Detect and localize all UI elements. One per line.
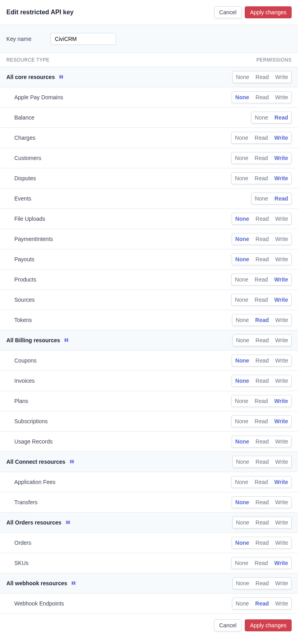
permission-option-none[interactable]: None — [232, 436, 252, 447]
permission-option-read[interactable]: Read — [271, 112, 291, 123]
apply-changes-button-footer[interactable]: Apply changes — [245, 619, 292, 631]
permission-toggle[interactable]: NoneReadWrite — [232, 598, 292, 609]
permission-option-none[interactable]: None — [232, 132, 251, 143]
permission-toggle[interactable]: NoneReadWrite — [232, 213, 292, 225]
permission-option-none[interactable]: None — [232, 294, 251, 305]
permission-option-write[interactable]: Write — [271, 416, 291, 427]
permission-toggle[interactable]: NoneReadWrite — [232, 577, 292, 589]
permission-option-read[interactable]: Read — [252, 375, 272, 386]
permission-option-none[interactable]: None — [232, 537, 252, 548]
permission-toggle[interactable]: NoneReadWrite — [232, 71, 292, 83]
permission-option-read[interactable]: Read — [252, 173, 271, 184]
permission-option-read[interactable]: Read — [252, 254, 272, 265]
apply-changes-button[interactable]: Apply changes — [245, 6, 292, 18]
permission-toggle[interactable]: NoneReadWrite — [231, 172, 292, 184]
permission-option-write[interactable]: Write — [272, 598, 291, 609]
permission-option-read[interactable]: Read — [252, 416, 271, 427]
permission-option-write[interactable]: Write — [271, 152, 291, 164]
permission-option-read[interactable]: Read — [252, 274, 271, 285]
permission-toggle[interactable]: NoneReadWrite — [232, 375, 292, 387]
permission-option-read[interactable]: Read — [252, 578, 272, 589]
permission-toggle[interactable]: NoneReadWrite — [232, 91, 292, 103]
permission-toggle[interactable]: NoneReadWrite — [232, 355, 292, 366]
permission-option-read[interactable]: Read — [252, 456, 272, 467]
permission-toggle[interactable]: NoneReadWrite — [232, 253, 292, 265]
permission-option-write[interactable]: Write — [272, 355, 291, 366]
permission-option-read[interactable]: Read — [252, 557, 271, 569]
permission-option-write[interactable]: Write — [271, 274, 291, 285]
permission-toggle[interactable]: NoneReadWrite — [232, 314, 292, 326]
permission-option-none[interactable]: None — [252, 112, 271, 123]
permission-option-read[interactable]: Read — [252, 517, 272, 528]
permission-option-write[interactable]: Write — [272, 335, 291, 346]
docs-icon[interactable] — [71, 581, 76, 586]
permission-option-none[interactable]: None — [233, 335, 252, 346]
permission-toggle[interactable]: NoneReadWrite — [231, 294, 292, 306]
permission-option-write[interactable]: Write — [272, 436, 291, 447]
permission-toggle[interactable]: NoneReadWrite — [232, 233, 292, 245]
permission-toggle[interactable]: NoneReadWrite — [232, 436, 292, 447]
permission-option-read[interactable]: Read — [252, 314, 272, 326]
permission-toggle[interactable]: NoneRead — [251, 193, 292, 204]
docs-icon[interactable] — [66, 520, 70, 525]
permission-option-write[interactable]: Write — [272, 233, 291, 245]
permission-option-none[interactable]: None — [233, 578, 252, 589]
permission-option-none[interactable]: None — [232, 355, 252, 366]
permission-option-write[interactable]: Write — [271, 173, 291, 184]
permission-option-read[interactable]: Read — [252, 152, 271, 164]
permission-toggle[interactable]: NoneReadWrite — [231, 557, 292, 569]
permission-option-none[interactable]: None — [232, 375, 252, 386]
permission-option-none[interactable]: None — [232, 274, 251, 285]
permission-option-none[interactable]: None — [232, 173, 251, 184]
permission-option-write[interactable]: Write — [272, 537, 291, 548]
permission-option-read[interactable]: Read — [252, 436, 272, 447]
permission-option-write[interactable]: Write — [272, 578, 291, 589]
permission-option-none[interactable]: None — [232, 395, 251, 407]
permission-option-write[interactable]: Write — [272, 71, 291, 83]
permission-option-none[interactable]: None — [232, 476, 251, 488]
permission-option-read[interactable]: Read — [271, 193, 291, 204]
permission-option-none[interactable]: None — [232, 92, 252, 103]
permission-option-read[interactable]: Read — [252, 233, 272, 245]
permission-option-read[interactable]: Read — [252, 92, 272, 103]
permission-toggle[interactable]: NoneReadWrite — [231, 274, 292, 285]
permission-option-none[interactable]: None — [233, 517, 252, 528]
key-name-input[interactable] — [50, 33, 116, 45]
permission-toggle[interactable]: NoneReadWrite — [231, 152, 292, 164]
permission-option-none[interactable]: None — [232, 497, 252, 508]
permission-toggle[interactable]: NoneReadWrite — [232, 334, 292, 346]
permission-option-none[interactable]: None — [233, 71, 252, 83]
permission-option-read[interactable]: Read — [252, 132, 271, 143]
permission-option-write[interactable]: Write — [271, 132, 291, 143]
permission-option-read[interactable]: Read — [252, 537, 272, 548]
permission-toggle[interactable]: NoneReadWrite — [232, 517, 292, 528]
permission-option-none[interactable]: None — [232, 416, 251, 427]
permission-option-read[interactable]: Read — [252, 71, 272, 83]
permission-option-read[interactable]: Read — [252, 294, 271, 305]
permission-option-none[interactable]: None — [232, 233, 252, 245]
permission-toggle[interactable]: NoneReadWrite — [231, 476, 292, 488]
permission-option-write[interactable]: Write — [272, 375, 291, 386]
cancel-button[interactable]: Cancel — [214, 6, 242, 18]
permission-option-read[interactable]: Read — [252, 213, 272, 224]
permission-option-write[interactable]: Write — [271, 476, 291, 488]
permission-option-write[interactable]: Write — [271, 294, 291, 305]
permission-option-read[interactable]: Read — [252, 476, 271, 488]
permission-toggle[interactable]: NoneRead — [251, 112, 292, 123]
permission-option-read[interactable]: Read — [252, 355, 272, 366]
permission-option-read[interactable]: Read — [252, 335, 272, 346]
permission-option-write[interactable]: Write — [272, 456, 291, 467]
permission-option-read[interactable]: Read — [252, 395, 271, 407]
permission-option-none[interactable]: None — [232, 314, 252, 326]
permission-option-write[interactable]: Write — [272, 497, 291, 508]
permission-toggle[interactable]: NoneReadWrite — [232, 496, 292, 508]
permission-toggle[interactable]: NoneReadWrite — [231, 415, 292, 427]
permission-toggle[interactable]: NoneReadWrite — [231, 395, 292, 407]
permission-option-none[interactable]: None — [232, 557, 251, 569]
permission-option-write[interactable]: Write — [272, 314, 291, 326]
permission-toggle[interactable]: NoneReadWrite — [232, 537, 292, 549]
docs-icon[interactable] — [64, 338, 69, 343]
permission-option-write[interactable]: Write — [271, 557, 291, 569]
permission-option-none[interactable]: None — [232, 254, 252, 265]
permission-option-read[interactable]: Read — [252, 598, 272, 609]
